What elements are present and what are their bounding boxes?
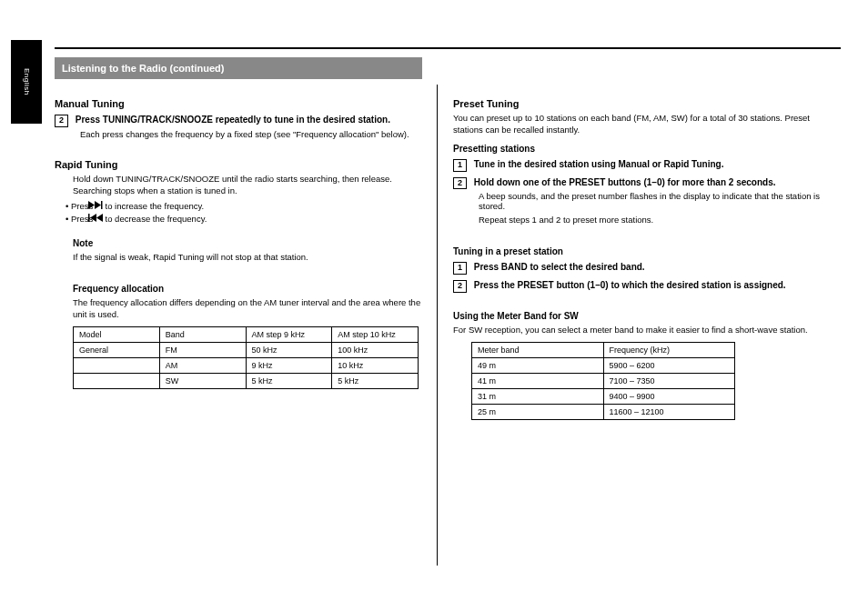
table-cell: 100 kHz (332, 342, 419, 357)
svg-marker-1 (95, 201, 101, 209)
step-number-box: 2 (55, 115, 68, 127)
section-title-band: Listening to the Radio (continued) (55, 57, 422, 79)
top-rule (55, 47, 841, 49)
table-cell: 7100 – 7350 (603, 373, 735, 388)
heading-freq-alloc: Frequency allocation (73, 284, 422, 294)
table-cell: 50 kHz (246, 342, 332, 357)
heading-presetting-stations: Presetting stations (453, 144, 826, 154)
table-cell: 10 kHz (332, 357, 419, 373)
svg-rect-2 (101, 201, 103, 209)
table-cell: FM (159, 342, 246, 357)
heading-manual-tuning: Manual Tuning (55, 98, 422, 109)
table-cell (74, 357, 160, 373)
table-cell: 5900 – 6200 (603, 357, 735, 373)
step-preset-2: 2 Hold down one of the PRESET buttons (1… (453, 177, 826, 212)
table-row: 49 m 5900 – 6200 (472, 357, 735, 373)
table-row: General FM 50 kHz 100 kHz (74, 342, 419, 357)
table-row: Model Band AM step 9 kHz AM step 10 kHz (74, 326, 419, 342)
table-cell: 31 m (472, 388, 604, 404)
right-column: Preset Tuning You can preset up to 10 st… (453, 89, 826, 566)
meter-band-table: Meter band Frequency (kHz) 49 m 5900 – 6… (471, 342, 735, 420)
heading-meter-band: Using the Meter Band for SW (453, 311, 826, 321)
page: 30 English Listening to the Radio (conti… (0, 0, 868, 611)
step-number-box: 1 (453, 159, 467, 172)
table-cell: 41 m (472, 373, 604, 388)
left-column: Manual Tuning 2 Press TUNING/TRACK/SNOOZ… (55, 89, 422, 566)
table-row: 25 m 11600 – 12100 (472, 404, 735, 419)
step-manual: 2 Press TUNING/TRACK/SNOOZE repeatedly t… (55, 115, 422, 139)
table-cell: 25 m (472, 404, 604, 419)
table-cell: AM (159, 357, 246, 373)
side-tab: English (11, 40, 42, 124)
step-manual-sub: Each press changes the frequency by a fi… (80, 129, 422, 139)
step-number-box: 1 (453, 262, 467, 275)
table-cell: General (74, 342, 160, 357)
table-cell: 9400 – 9900 (603, 388, 735, 404)
rapid-intro: Hold down TUNING/TRACK/SNOOZE until the … (73, 174, 422, 197)
table-header: Meter band (472, 342, 604, 357)
step-preset-2-text: Hold down one of the PRESET buttons (1–0… (474, 177, 776, 187)
rapid-bullet-2: Press to decrease the frequency. (73, 214, 422, 225)
table-row: 31 m 9400 – 9900 (472, 388, 735, 404)
table-row: 41 m 7100 – 7350 (472, 373, 735, 388)
column-divider (437, 85, 438, 566)
preset-intro: You can preset up to 10 stations on each… (453, 113, 826, 136)
rapid-bullet-1-text: Press to increase the frequency. (71, 201, 204, 211)
svg-rect-3 (88, 214, 90, 222)
table-header: Band (159, 326, 246, 342)
step-tune-2: 2 Press the PRESET button (1–0) to which… (453, 280, 826, 293)
freq-allocation-table: Model Band AM step 9 kHz AM step 10 kHz … (73, 326, 419, 389)
table-cell: 5 kHz (332, 373, 419, 388)
table-cell: SW (159, 373, 246, 388)
table-cell: 11600 – 12100 (603, 404, 735, 419)
table-row: Meter band Frequency (kHz) (472, 342, 735, 357)
note-title: Note (73, 238, 422, 248)
meter-intro: For SW reception, you can select a meter… (453, 325, 826, 336)
side-tab-label: English (23, 68, 31, 95)
step-preset-repeat: Repeat steps 1 and 2 to preset more stat… (479, 215, 826, 226)
heading-preset-tuning: Preset Tuning (453, 98, 826, 109)
heading-tune-preset: Tuning in a preset station (453, 246, 826, 256)
table-row: AM 9 kHz 10 kHz (74, 357, 419, 373)
heading-rapid-tuning: Rapid Tuning (55, 159, 422, 170)
note-text: If the signal is weak, Rapid Tuning will… (73, 252, 422, 264)
table-header: Model (74, 326, 160, 342)
step-tune-1: 1 Press BAND to select the desired band. (453, 262, 826, 275)
step-tune-1-text: Press BAND to select the desired band. (474, 262, 645, 272)
table-cell: 49 m (472, 357, 604, 373)
rapid-bullet-2-text: Press to decrease the frequency. (71, 214, 207, 224)
step-number-box: 2 (453, 280, 467, 293)
step-preset-1-text: Tune in the desired station using Manual… (474, 159, 724, 169)
table-header: AM step 9 kHz (246, 326, 332, 342)
svg-marker-0 (88, 201, 95, 209)
table-header: AM step 10 kHz (332, 326, 419, 342)
step-preset-2-sub: A beep sounds, and the preset number fla… (479, 191, 826, 211)
step-number-box: 2 (453, 177, 467, 190)
page-number: 30 (18, 24, 28, 34)
table-cell: 9 kHz (246, 357, 332, 373)
table-cell (74, 373, 160, 388)
rewind-icon (96, 214, 103, 225)
step-preset-1: 1 Tune in the desired station using Manu… (453, 159, 826, 172)
svg-marker-5 (96, 214, 103, 222)
fast-forward-icon (96, 201, 103, 213)
svg-marker-4 (90, 214, 96, 222)
rapid-bullet-1: Press to increase the frequency. (73, 201, 422, 213)
freq-alloc-intro: The frequency allocation differs dependi… (73, 297, 422, 321)
step-tune-2-text: Press the PRESET button (1–0) to which t… (474, 280, 786, 290)
table-header: Frequency (kHz) (603, 342, 735, 357)
section-title: Listening to the Radio (continued) (62, 63, 224, 74)
table-row: SW 5 kHz 5 kHz (74, 373, 419, 388)
table-cell: 5 kHz (246, 373, 332, 388)
step-manual-text: Press TUNING/TRACK/SNOOZE repeatedly to … (76, 115, 390, 125)
